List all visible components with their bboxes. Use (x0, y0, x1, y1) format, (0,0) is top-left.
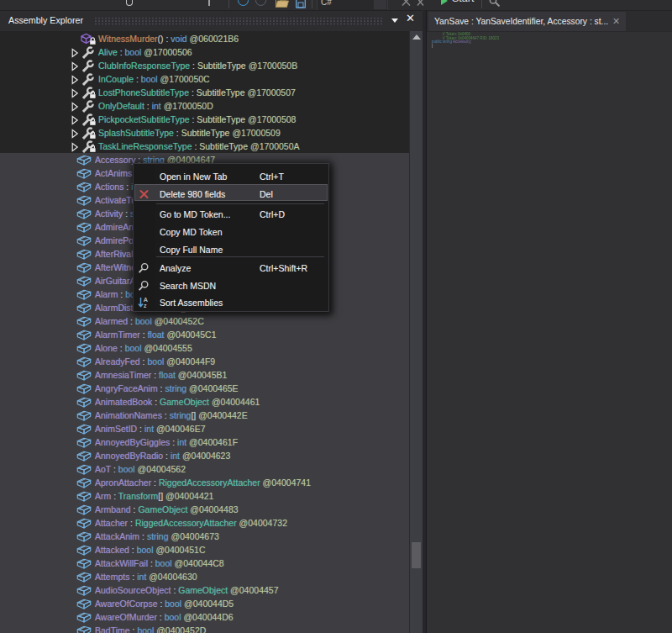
svg-text:A: A (144, 297, 148, 303)
svg-text:z: z (144, 303, 147, 309)
